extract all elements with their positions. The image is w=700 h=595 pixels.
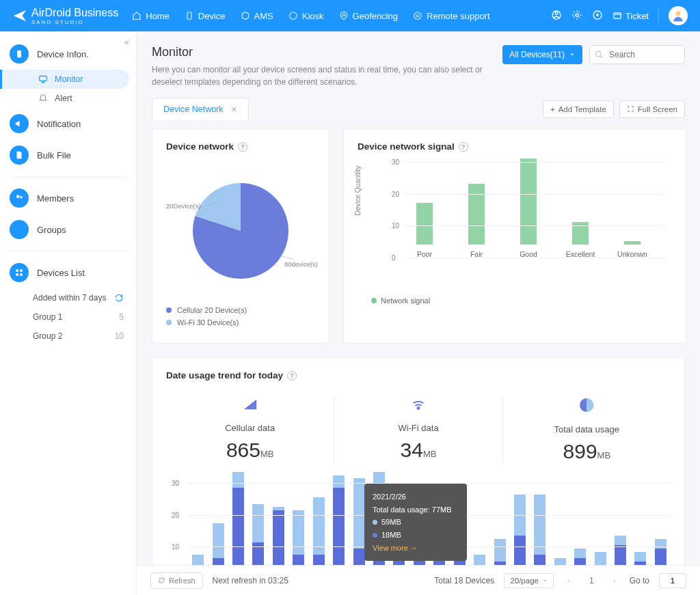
side-groups[interactable]: Groups [0,214,136,245]
tab-device-network[interactable]: Device Network× [152,98,249,120]
svg-rect-17 [16,273,18,276]
nav-remote-support[interactable]: Remote support [413,11,490,21]
plus-icon: + [550,105,555,113]
side-group-2[interactable]: Group 210 [0,327,136,346]
refresh-button[interactable]: Refresh [150,572,203,589]
svg-rect-12 [40,76,47,81]
svg-point-14 [20,196,23,199]
user-avatar[interactable] [669,6,688,25]
svg-rect-11 [17,51,21,58]
top-bar: AirDroid Business SAND STUDIO Home Devic… [0,0,700,31]
device-icon [185,11,194,20]
svg-point-6 [555,12,558,14]
network-signal-panel: Device network signal? Device Quanitity … [343,128,686,344]
geofence-icon [339,11,349,20]
legend-wifi: Wi-Fi 30 Device(s) [166,318,315,327]
alert-icon [38,94,48,103]
side-alert[interactable]: Alert [0,89,136,108]
kpi-wifi: Wi-Fi data 34MB [334,397,502,463]
cellular-icon [241,397,259,412]
members-icon [14,193,24,203]
total-icon [578,397,595,413]
gear-icon[interactable] [571,10,582,23]
side-group-1[interactable]: Group 15 [0,307,136,327]
prev-page-button[interactable]: ‹ [563,576,574,585]
svg-point-7 [576,14,578,16]
svg-point-2 [342,14,345,16]
svg-rect-0 [187,12,191,20]
current-page[interactable]: 1 [584,576,600,585]
refresh-icon [114,293,124,303]
svg-point-20 [418,407,420,409]
side-added-within[interactable]: Added within 7 days [0,288,136,307]
nav-device[interactable]: Device [185,11,226,21]
chevron-down-icon [542,578,548,583]
svg-point-3 [414,12,422,20]
svg-point-13 [16,195,20,198]
device-icon [14,49,24,59]
total-devices-text: Total 18 Devices [434,576,494,585]
svg-point-10 [676,11,681,16]
nav-geofencing[interactable]: Geofencing [339,11,399,21]
support-icon [413,11,422,20]
fullscreen-icon [627,105,634,113]
pie-chart [193,183,288,279]
panel-title-text: Device network [166,141,234,152]
package-icon [241,11,250,20]
side-device-info[interactable]: Device Infon. [0,38,136,70]
goto-label: Go to [630,576,649,585]
nav-home[interactable]: Home [132,11,170,21]
help-icon[interactable]: ? [287,371,297,380]
help-icon[interactable] [551,10,562,23]
chevron-down-icon [569,51,576,58]
page-subtitle: Here you can monitor all your device scr… [152,64,494,88]
brand-logo[interactable]: AirDroid Business SAND STUDIO [12,7,118,25]
main-content: Monitor Here you can monitor all your de… [137,31,700,595]
page-title: Monitor [152,45,494,59]
panel-title-text: Device network signal [358,141,455,152]
svg-rect-18 [20,273,23,276]
device-network-panel: Device network? 20Device(s) 80device(s) … [152,128,329,344]
ticket-icon [612,11,622,20]
help-icon[interactable]: ? [238,142,247,152]
collapse-icon[interactable]: « [124,37,129,47]
side-bulk-file[interactable]: Bulk File [0,139,136,171]
nav-ams[interactable]: AMS [241,11,273,21]
page-size-select[interactable]: 20/page [504,573,554,588]
file-icon [14,150,24,160]
side-members[interactable]: Members [0,182,136,214]
wifi-icon [409,397,427,412]
search-input[interactable] [589,45,685,64]
side-monitor[interactable]: Monitor [0,70,129,89]
kiosk-icon [288,11,298,20]
side-notification[interactable]: Notification [0,108,136,139]
next-page-button[interactable]: › [609,576,620,585]
full-screen-button[interactable]: Full Screen [619,100,685,118]
refresh-icon [158,577,165,584]
add-template-button[interactable]: +Add Template [543,100,614,118]
legend-cellular: Cellular 20 Device(s) [166,306,315,314]
groups-icon [14,225,24,234]
close-icon[interactable]: × [232,104,237,115]
svg-rect-16 [20,269,23,272]
svg-point-19 [596,51,602,57]
nav-kiosk[interactable]: Kiosk [288,11,324,21]
download-icon[interactable] [592,10,603,23]
kpi-total: Total data usage 899MB [503,397,671,463]
side-device-info-label: Device Infon. [37,49,89,59]
home-icon [132,11,142,20]
data-usage-trend-panel: Date usage trend for today? Cellular dat… [152,357,685,595]
goto-page-input[interactable] [659,573,686,588]
megaphone-icon [14,119,24,128]
monitor-icon [38,74,48,84]
panel-title-text: Date usage trend for today [166,370,283,380]
all-devices-button[interactable]: All Devices(11) [502,45,582,64]
signal-bar-chart: 0102030PoorFairGoodExcellentUnkonwn [385,163,672,258]
pie-slice-label: 80device(s) [284,260,318,268]
ticket-link[interactable]: Ticket [612,11,649,21]
help-icon[interactable]: ? [459,142,468,152]
side-devices-list[interactable]: Devices List [0,257,136,288]
sidebar: « Device Infon. Monitor Alert Notificati… [0,31,137,595]
svg-point-4 [416,14,419,17]
svg-point-1 [290,12,297,20]
